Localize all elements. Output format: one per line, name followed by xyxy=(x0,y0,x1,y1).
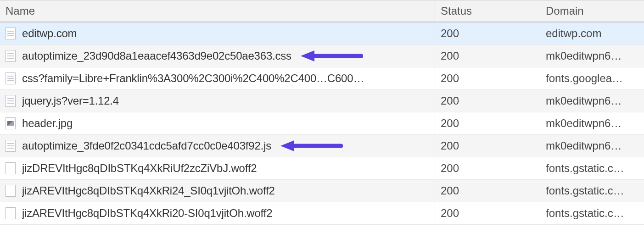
column-header-status[interactable]: Status xyxy=(435,0,540,22)
cell-domain: mk0editwpn6… xyxy=(540,112,644,134)
file-name: editwp.com xyxy=(22,27,77,40)
cell-name[interactable]: jizAREVItHgc8qDIbSTKq4XkRi20-SI0q1vjitOh… xyxy=(0,202,435,224)
cell-status: 200 xyxy=(435,90,540,112)
status-value: 200 xyxy=(441,27,459,40)
table-row[interactable]: jizDREVItHgc8qDIbSTKq4XkRiUf2zcZiVbJ.wof… xyxy=(0,157,644,180)
table-row[interactable]: editwp.com200editwp.com xyxy=(0,22,644,45)
svg-marker-1 xyxy=(301,50,314,61)
cell-status: 200 xyxy=(435,22,540,44)
cell-status: 200 xyxy=(435,157,540,179)
file-name: css?family=Libre+Franklin%3A300%2C300i%2… xyxy=(22,72,364,85)
column-header-domain[interactable]: Domain xyxy=(540,0,644,22)
status-value: 200 xyxy=(441,184,459,197)
column-header-status-label: Status xyxy=(441,5,472,17)
document-file-icon xyxy=(6,72,16,84)
file-name: jizAREVItHgc8qDIbSTKq4XkRi20-SI0q1vjitOh… xyxy=(22,207,272,220)
cell-status: 200 xyxy=(435,112,540,134)
domain-value: editwp.com xyxy=(546,27,601,40)
status-value: 200 xyxy=(441,139,459,152)
status-value: 200 xyxy=(441,162,459,175)
cell-name[interactable]: autoptimize_23d90d8a1eaacef4363d9e02c50a… xyxy=(0,45,435,67)
file-name: jizAREVItHgc8qDIbSTKq4XkRi24_SI0q1vjitOh… xyxy=(22,184,275,197)
cell-domain: mk0editwpn6… xyxy=(540,45,644,67)
cell-name[interactable]: autoptimize_3fde0f2c0341cdc5afd7cc0c0e40… xyxy=(0,135,435,157)
font-file-icon xyxy=(6,162,16,174)
cell-name[interactable]: header.jpg xyxy=(0,112,435,134)
table-row[interactable]: autoptimize_23d90d8a1eaacef4363d9e02c50a… xyxy=(0,45,644,67)
font-file-icon xyxy=(6,185,16,197)
file-name: jquery.js?ver=1.12.4 xyxy=(22,94,119,107)
status-value: 200 xyxy=(441,207,459,220)
table-header-row: Name Status Domain xyxy=(0,0,644,22)
cell-domain: mk0editwpn6… xyxy=(540,90,644,112)
domain-value: fonts.googlea… xyxy=(546,72,623,85)
cell-name[interactable]: jizDREVItHgc8qDIbSTKq4XkRiUf2zcZiVbJ.wof… xyxy=(0,157,435,179)
document-file-icon xyxy=(6,140,16,152)
annotation-arrow-icon xyxy=(279,140,343,152)
cell-name[interactable]: css?family=Libre+Franklin%3A300%2C300i%2… xyxy=(0,67,435,89)
cell-domain: fonts.gstatic.c… xyxy=(540,202,644,224)
status-value: 200 xyxy=(441,117,459,130)
network-table: Name Status Domain editwp.com200editwp.c… xyxy=(0,0,644,225)
font-file-icon xyxy=(6,207,16,219)
table-row[interactable]: jizAREVItHgc8qDIbSTKq4XkRi20-SI0q1vjitOh… xyxy=(0,202,644,225)
column-header-name-label: Name xyxy=(6,5,35,17)
domain-value: fonts.gstatic.c… xyxy=(546,207,624,220)
domain-value: mk0editwpn6… xyxy=(546,50,622,62)
cell-status: 200 xyxy=(435,180,540,202)
cell-name[interactable]: editwp.com xyxy=(0,22,435,44)
document-file-icon xyxy=(6,95,16,107)
table-row[interactable]: jquery.js?ver=1.12.4200mk0editwpn6… xyxy=(0,90,644,112)
cell-status: 200 xyxy=(435,202,540,224)
image-file-icon xyxy=(6,117,16,129)
cell-status: 200 xyxy=(435,67,540,89)
cell-domain: editwp.com xyxy=(540,22,644,44)
file-name: autoptimize_23d90d8a1eaacef4363d9e02c50a… xyxy=(22,50,291,62)
cell-name[interactable]: jizAREVItHgc8qDIbSTKq4XkRi24_SI0q1vjitOh… xyxy=(0,180,435,202)
domain-value: mk0editwpn6… xyxy=(546,94,622,107)
cell-domain: fonts.gstatic.c… xyxy=(540,180,644,202)
cell-status: 200 xyxy=(435,135,540,157)
status-value: 200 xyxy=(441,94,459,107)
table-row[interactable]: autoptimize_3fde0f2c0341cdc5afd7cc0c0e40… xyxy=(0,135,644,157)
cell-domain: fonts.googlea… xyxy=(540,67,644,89)
table-row[interactable]: jizAREVItHgc8qDIbSTKq4XkRi24_SI0q1vjitOh… xyxy=(0,180,644,202)
column-header-domain-label: Domain xyxy=(546,5,584,17)
domain-value: mk0editwpn6… xyxy=(546,139,622,152)
svg-marker-3 xyxy=(280,140,294,151)
document-file-icon xyxy=(6,28,16,39)
file-name: header.jpg xyxy=(22,117,73,130)
file-name: jizDREVItHgc8qDIbSTKq4XkRiUf2zcZiVbJ.wof… xyxy=(22,162,257,175)
domain-value: mk0editwpn6… xyxy=(546,117,622,130)
cell-domain: fonts.gstatic.c… xyxy=(540,157,644,179)
file-name: autoptimize_3fde0f2c0341cdc5afd7cc0c0e40… xyxy=(22,139,271,152)
table-row[interactable]: header.jpg200mk0editwpn6… xyxy=(0,112,644,135)
table-body: editwp.com200editwp.comautoptimize_23d90… xyxy=(0,22,644,225)
cell-status: 200 xyxy=(435,45,540,67)
cell-domain: mk0editwpn6… xyxy=(540,135,644,157)
domain-value: fonts.gstatic.c… xyxy=(546,184,624,197)
status-value: 200 xyxy=(441,72,459,85)
table-row[interactable]: css?family=Libre+Franklin%3A300%2C300i%2… xyxy=(0,67,644,90)
domain-value: fonts.gstatic.c… xyxy=(546,162,624,175)
document-file-icon xyxy=(6,50,16,62)
column-header-name[interactable]: Name xyxy=(0,0,435,22)
cell-name[interactable]: jquery.js?ver=1.12.4 xyxy=(0,90,435,112)
annotation-arrow-icon xyxy=(299,50,363,62)
status-value: 200 xyxy=(441,50,459,62)
